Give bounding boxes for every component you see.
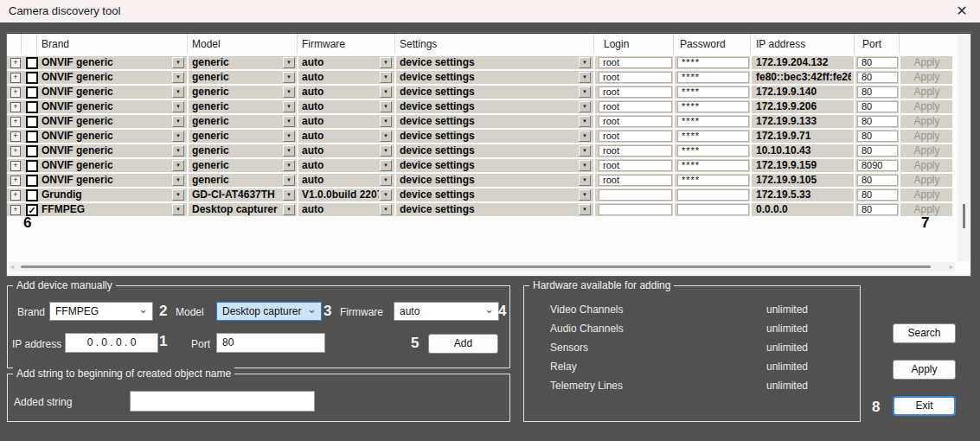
model-dropdown-icon[interactable]: ▼ <box>283 57 295 68</box>
model-dropdown-icon[interactable]: ▼ <box>283 116 295 127</box>
port-input[interactable]: 80 <box>857 72 898 83</box>
firmware-dropdown-icon[interactable]: ▼ <box>380 189 392 201</box>
model-dropdown-icon[interactable]: ▼ <box>283 204 295 215</box>
password-input[interactable]: **** <box>677 101 749 112</box>
firmware-dropdown-icon[interactable]: ▼ <box>380 57 392 68</box>
vertical-scrollbar-thumb[interactable] <box>963 204 965 228</box>
settings-dropdown-icon[interactable]: ▼ <box>579 160 591 171</box>
row-checkbox[interactable] <box>26 72 38 84</box>
login-input[interactable]: root <box>599 116 672 127</box>
brand-select[interactable]: FFMPEG ⌄ <box>49 302 153 321</box>
row-checkbox[interactable] <box>26 86 38 99</box>
port-input[interactable]: 80 <box>857 175 898 186</box>
model-dropdown-icon[interactable]: ▼ <box>283 160 295 171</box>
port-input[interactable]: 80 <box>857 204 898 215</box>
model-dropdown-icon[interactable]: ▼ <box>283 145 295 157</box>
settings-dropdown-icon[interactable]: ▼ <box>579 189 591 201</box>
apply-button[interactable]: Apply <box>901 174 952 187</box>
expand-plus-icon[interactable]: + <box>10 176 21 186</box>
port-input[interactable]: 80 <box>857 131 898 142</box>
scroll-right-icon[interactable]: ▸ <box>950 263 953 271</box>
port-input[interactable]: 80 <box>857 189 898 201</box>
row-checkbox[interactable] <box>26 160 38 172</box>
expand-plus-icon[interactable]: + <box>10 131 21 142</box>
expand-plus-icon[interactable]: + <box>10 73 21 83</box>
login-input[interactable] <box>599 189 672 201</box>
horizontal-scrollbar-thumb[interactable] <box>21 265 931 268</box>
apply-button[interactable]: Apply <box>901 189 952 201</box>
port-input[interactable]: 80 <box>857 57 898 68</box>
model-dropdown-icon[interactable]: ▼ <box>283 189 295 201</box>
close-icon[interactable]: ✕ <box>952 3 971 19</box>
brand-dropdown-icon[interactable]: ▼ <box>172 116 184 127</box>
exit-button[interactable]: Exit <box>893 396 956 416</box>
login-input[interactable]: root <box>599 72 672 83</box>
row-checkbox[interactable] <box>26 189 38 201</box>
vertical-scrollbar[interactable] <box>958 35 970 261</box>
row-checkbox[interactable] <box>26 101 38 113</box>
login-input[interactable]: root <box>599 160 672 171</box>
firmware-dropdown-icon[interactable]: ▼ <box>380 72 392 83</box>
apply-button[interactable]: Apply <box>901 159 952 172</box>
password-input[interactable] <box>677 204 749 215</box>
added-string-input[interactable] <box>130 391 315 412</box>
firmware-dropdown-icon[interactable]: ▼ <box>380 145 392 157</box>
login-input[interactable] <box>599 204 672 215</box>
port-input[interactable]: 80 <box>857 101 898 112</box>
firmware-dropdown-icon[interactable]: ▼ <box>380 86 392 98</box>
login-input[interactable]: root <box>599 57 672 68</box>
password-input[interactable]: **** <box>677 116 749 127</box>
row-checkbox[interactable] <box>26 57 38 69</box>
apply-button[interactable]: Apply <box>901 130 952 143</box>
settings-dropdown-icon[interactable]: ▼ <box>579 57 591 68</box>
settings-dropdown-icon[interactable]: ▼ <box>579 101 591 112</box>
settings-dropdown-icon[interactable]: ▼ <box>579 145 591 157</box>
row-checkbox[interactable] <box>26 131 38 143</box>
model-select[interactable]: Desktop capturer ⌄ <box>216 302 322 321</box>
port-input[interactable]: 80 <box>857 116 898 127</box>
login-input[interactable]: root <box>599 131 672 142</box>
port-input[interactable]: 8090 <box>857 160 898 171</box>
firmware-select[interactable]: auto ⌄ <box>394 302 499 321</box>
brand-dropdown-icon[interactable]: ▼ <box>172 57 184 68</box>
settings-dropdown-icon[interactable]: ▼ <box>579 86 591 98</box>
expand-plus-icon[interactable]: + <box>10 190 21 201</box>
settings-dropdown-icon[interactable]: ▼ <box>579 131 591 142</box>
login-input[interactable]: root <box>599 101 672 112</box>
login-input[interactable]: root <box>599 86 672 98</box>
settings-dropdown-icon[interactable]: ▼ <box>579 175 591 186</box>
model-dropdown-icon[interactable]: ▼ <box>283 175 295 186</box>
expand-plus-icon[interactable]: + <box>10 58 21 68</box>
settings-dropdown-icon[interactable]: ▼ <box>579 116 591 127</box>
password-input[interactable]: **** <box>677 175 749 186</box>
brand-dropdown-icon[interactable]: ▼ <box>172 160 184 171</box>
apply-button[interactable]: Apply <box>901 115 952 128</box>
password-input[interactable]: **** <box>677 131 749 142</box>
apply-button[interactable]: Apply <box>901 100 952 113</box>
firmware-dropdown-icon[interactable]: ▼ <box>380 204 392 215</box>
port-input[interactable]: 80 <box>857 86 898 98</box>
search-button[interactable]: Search <box>893 323 956 343</box>
password-input[interactable]: **** <box>677 86 749 98</box>
firmware-dropdown-icon[interactable]: ▼ <box>380 101 392 112</box>
settings-dropdown-icon[interactable]: ▼ <box>579 204 591 215</box>
password-input[interactable]: **** <box>677 145 749 157</box>
firmware-dropdown-icon[interactable]: ▼ <box>380 160 392 171</box>
login-input[interactable]: root <box>599 175 672 186</box>
password-input[interactable]: **** <box>677 160 749 171</box>
password-input[interactable] <box>677 189 749 201</box>
firmware-dropdown-icon[interactable]: ▼ <box>380 175 392 186</box>
apply-button[interactable]: Apply <box>901 71 952 84</box>
expand-plus-icon[interactable]: + <box>10 102 21 112</box>
horizontal-scrollbar[interactable]: ◂ ▸ <box>9 262 955 272</box>
model-dropdown-icon[interactable]: ▼ <box>283 86 295 98</box>
row-checkbox[interactable] <box>26 175 38 187</box>
firmware-dropdown-icon[interactable]: ▼ <box>380 116 392 127</box>
expand-plus-icon[interactable]: + <box>10 87 21 98</box>
settings-dropdown-icon[interactable]: ▼ <box>579 72 591 83</box>
expand-plus-icon[interactable]: + <box>10 161 21 171</box>
apply-button[interactable]: Apply <box>901 56 952 69</box>
model-dropdown-icon[interactable]: ▼ <box>283 131 295 142</box>
expand-plus-icon[interactable]: + <box>10 205 21 215</box>
firmware-dropdown-icon[interactable]: ▼ <box>380 131 392 142</box>
